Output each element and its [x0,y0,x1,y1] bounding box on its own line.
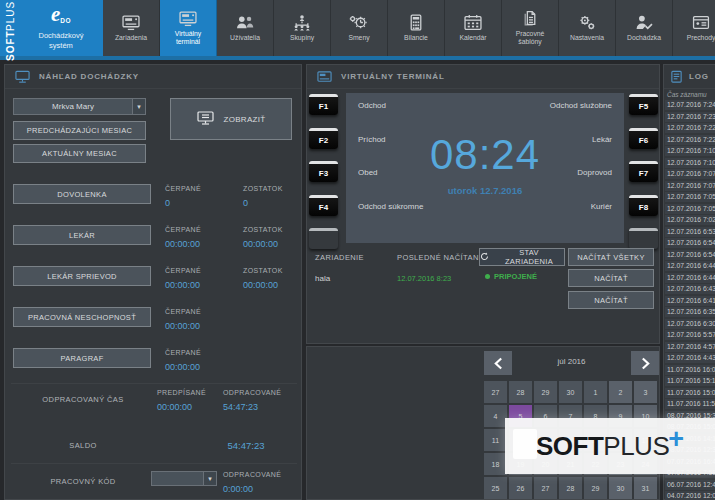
show-button[interactable]: ZOBRAZIŤ [170,98,292,140]
log-entry: 11.07.2016 15:05 [665,388,715,398]
usage-column: ČERPANÉ 0 [165,185,201,208]
saldo-value: 54:47:23 [201,440,291,451]
worked-column: ODPRACOVANÉ 54:47:23 [223,389,281,412]
read-device-button-2[interactable]: NAČÍTAŤ [568,291,654,309]
usage-column: ČERPANÉ 00:00:00 [165,267,201,290]
calendar-day[interactable]: 30 [609,477,632,499]
work-code-select[interactable]: ▾ [151,471,217,486]
log-entry: 12.07.2016 7:23 [665,112,715,122]
lekar-sprievod-button[interactable]: LEKÁR SPRIEVOD [13,266,151,286]
calendar-day[interactable]: 27 [534,477,557,499]
edo-logo: eDO [22,2,100,27]
usage-label: ČERPANÉ [165,308,201,315]
previous-month-button[interactable]: PREDCHÁDZAJÚCI MESIAC [13,121,146,140]
fkey-f3-label: Obed [358,168,378,177]
prescribed-value: 00:00:00 [157,402,206,412]
calendar-day[interactable]: 28 [559,477,582,499]
current-month-button[interactable]: AKTUÁLNY MESIAC [13,144,146,163]
nav-item-zariadenia[interactable]: Zariadenia [103,0,160,56]
work-code-worked-column: ODPRACOVANÉ 0:00:00 [223,471,281,494]
dovolenka-button[interactable]: DOVOLENKA [13,184,151,204]
fkey-blank[interactable] [309,228,338,249]
usage-column: ČERPANÉ 00:00:00 [165,308,201,331]
panel-title: LOG [689,72,709,81]
nav-item-prechody[interactable]: Prechody [673,0,715,56]
fkey-f8[interactable]: F8 [629,195,658,216]
log-entry: 12.07.2016 4:57 [665,342,715,352]
nav-item-nastavenia[interactable]: Nastavenia [559,0,616,56]
nav-item-label: Nastavenia [568,34,606,42]
attendance-row: DOVOLENKAČERPANÉ 0ZOSTATOK 0 [13,184,299,222]
calendar-day[interactable]: 29 [534,381,557,403]
calendar-next-button[interactable] [631,351,659,375]
fkey-f6[interactable]: F6 [629,128,658,149]
fkey-f2[interactable]: F2 [309,128,338,149]
nav-item-label: Kalendár [457,34,488,42]
lekar-button[interactable]: LEKÁR [13,225,151,245]
calendar-day[interactable]: 4 [484,405,507,427]
nav-item-virtualny-terminal[interactable]: Virtuálny terminál [160,0,217,56]
fkey-f3[interactable]: F3 [309,161,338,182]
saldo-label: SALDO [13,441,153,450]
last-read-column-header: POSLEDNÉ NAČÍTANIE [397,253,487,262]
app-window: SOFTPLUS+ eDO Dochádzkový systém Zariade… [0,0,715,500]
person-select[interactable]: Mrkva Mary ▾ [13,98,146,115]
calendar-day[interactable]: 29 [584,477,607,499]
nav-item-label: Smeny [346,34,371,42]
template-icon [519,10,541,27]
calendar-day[interactable]: 25 [484,477,507,499]
fkey-f5[interactable]: F5 [629,94,658,115]
remaining-label: ZOSTATOK [243,267,283,274]
paragraf-button[interactable]: PARAGRAF [13,348,151,368]
calendar-day[interactable]: 28 [509,381,532,403]
device-status-button[interactable]: STAV ZARIADENIA [479,248,565,266]
divider [11,463,297,464]
gears-icon [576,14,598,31]
logo-plus-text: PLUS [603,431,669,462]
worked-value: 54:47:23 [223,402,281,412]
calendar-day[interactable]: 26 [509,477,532,499]
nav-item-bilancie[interactable]: Bilancie [388,0,445,56]
fkey-f1[interactable]: F1 [309,94,338,115]
calendar-day[interactable]: 3 [634,381,657,403]
read-all-button[interactable]: NAČÍTAŤ VŠETKY [568,248,654,266]
log-entry: 12.07.2016 7:24 [665,100,715,110]
fkey-f1-label: Odchod [358,101,386,110]
calendar-day[interactable]: 18 [484,453,507,475]
log-entry: 04.07.2016 12:02 [665,491,715,500]
refresh-icon [480,252,489,263]
fkey-blank[interactable] [629,228,658,249]
device-status: PRIPOJENÉ [485,272,537,281]
app-name: Dochádzkový systém [22,31,100,51]
device-status-button-label: STAV ZARIADENIA [494,248,564,266]
calendar-day[interactable]: 2 [609,381,632,403]
fkey-f4[interactable]: F4 [309,195,338,216]
calendar-day[interactable]: 27 [484,381,507,403]
nav-item-label: Skupiny [288,34,316,42]
nav-item-skupiny[interactable]: Skupiny [274,0,331,56]
fkey-f7[interactable]: F7 [629,161,658,182]
usage-label: ČERPANÉ [165,226,201,233]
nav-item-smeny[interactable]: Smeny [331,0,388,56]
nav-item-label: Zariadenia [113,34,149,42]
nav-item-kalendar[interactable]: Kalendár [445,0,502,56]
calendar-day[interactable]: 31 [634,477,657,499]
attendance-row: PRACOVNÁ NESCHOPNOSŤČERPANÉ 00:00:00 [13,307,299,345]
users-icon [234,14,256,31]
remaining-column: ZOSTATOK 0 [243,185,283,208]
nav-item-uzivatelia[interactable]: Užívatelia [217,0,274,56]
read-device-button[interactable]: NAČÍTAŤ [568,269,654,287]
log-entry: 12.07.2016 4:43 [665,353,715,363]
calendar-prev-button[interactable] [484,351,512,375]
nav-item-dochadzka[interactable]: Dochádzka [616,0,673,56]
usage-value: 00:00:00 [165,239,201,249]
brand-block[interactable]: SOFTPLUS+ eDO Dochádzkový systém [0,0,103,56]
calendar-day[interactable]: 30 [559,381,582,403]
pracovna-neschopnost-button[interactable]: PRACOVNÁ NESCHOPNOSŤ [13,307,151,327]
calendar-day[interactable]: 11 [484,429,507,451]
usage-label: ČERPANÉ [165,267,201,274]
usage-value: 00:00:00 [165,362,201,372]
logo-soft-text: SOFT [536,431,603,462]
nav-item-pracovne-sablony[interactable]: Pracovné šablóny [502,0,559,56]
calendar-day[interactable]: 1 [584,381,607,403]
